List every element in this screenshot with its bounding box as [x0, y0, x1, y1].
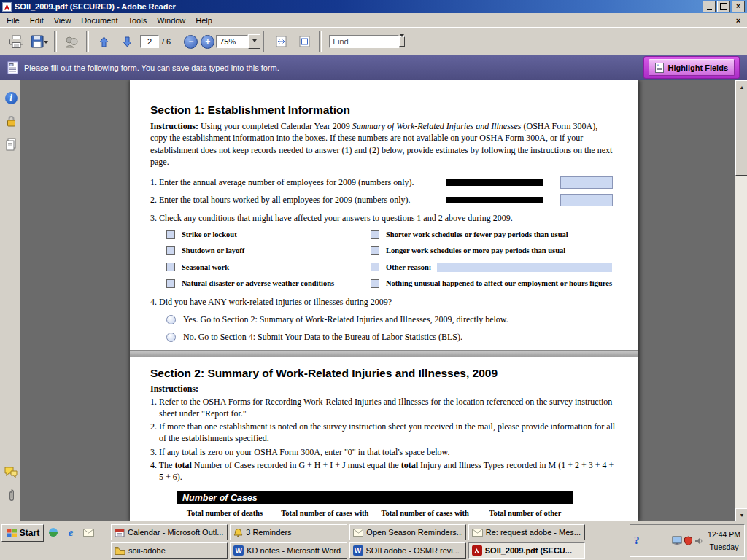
scrollbar-thumb[interactable]	[735, 93, 747, 176]
word-icon: W	[353, 545, 363, 556]
question-4-text: 4. Did you have ANY work-related injurie…	[150, 297, 616, 308]
collaborate-icon	[64, 36, 79, 48]
zoom-level-combo[interactable]: 75%	[216, 36, 260, 47]
check-natural-disaster: Natural disaster or adverse weather cond…	[166, 279, 371, 288]
longer-schedules-checkbox[interactable]	[371, 246, 379, 255]
highlight-fields-button[interactable]: Highlight Fields	[649, 59, 735, 76]
clock-day: Tuesday	[710, 542, 739, 551]
restore-button[interactable]	[717, 1, 730, 12]
adobe-reader-window: SOII_2009.pdf (SECURED) - Adobe Reader ×…	[0, 0, 747, 560]
other-reason-checkbox[interactable]	[371, 262, 379, 271]
scroll-down-button[interactable]: ▼	[735, 508, 747, 521]
question-1-text: 1. Enter the annual average number of em…	[150, 177, 446, 188]
zoom-out-button[interactable]: −	[184, 35, 198, 49]
question-3-text: 3. Check any conditions that might have …	[150, 213, 616, 224]
strike-checkbox[interactable]	[166, 230, 175, 239]
no-radio-button[interactable]	[166, 332, 176, 342]
shutdown-checkbox[interactable]	[166, 246, 175, 255]
other-reason-field[interactable]	[437, 262, 612, 272]
employees-number-field[interactable]	[560, 176, 613, 189]
check-label: Shorter work schedules or fewer pay peri…	[386, 230, 568, 238]
start-label: Start	[20, 528, 39, 538]
find-input[interactable]	[329, 35, 399, 48]
internet-explorer-icon[interactable]: e	[64, 526, 77, 539]
no-radio-label: No. Go to Section 4: Submit Your Data to…	[183, 332, 462, 343]
zoom-dropdown-button[interactable]	[248, 34, 260, 49]
print-button[interactable]	[4, 31, 28, 52]
task-kd-notes-word[interactable]: W KD notes - Microsoft Word	[230, 542, 347, 559]
minimize-button[interactable]	[703, 1, 716, 12]
task-soii-adobe-folder[interactable]: soii-adobe	[111, 542, 228, 559]
conditions-checkbox-grid: Strike or lockout Shorter work schedules…	[166, 230, 616, 288]
pdf-page: Section 1: Establishment Information Ins…	[130, 80, 638, 521]
task-reminders[interactable]: 3 Reminders	[230, 524, 347, 540]
menu-window[interactable]: Window	[152, 15, 190, 26]
security-shield-icon[interactable]	[684, 536, 692, 545]
seasonal-checkbox[interactable]	[166, 262, 175, 271]
collaborate-button[interactable]	[60, 31, 83, 52]
mail-icon[interactable]	[82, 526, 95, 539]
document-close-icon[interactable]: ×	[732, 15, 744, 26]
number-of-cases-title: Number of Cases	[182, 493, 258, 503]
menu-document[interactable]: Document	[76, 15, 123, 26]
column-job-transfer: Total number of cases with job transfer …	[378, 508, 473, 521]
envelope-icon	[353, 529, 364, 537]
word-glyph: W	[236, 547, 242, 555]
next-page-button[interactable]	[115, 31, 139, 52]
zoom-in-button[interactable]: +	[201, 35, 214, 49]
fit-page-button[interactable]	[293, 31, 316, 52]
column-other-recordable: Total number of other recordable cases	[478, 508, 573, 521]
natural-disaster-checkbox[interactable]	[166, 279, 175, 288]
comments-panel-button[interactable]	[4, 465, 18, 480]
shorter-schedules-checkbox[interactable]	[371, 230, 379, 239]
task-outlook-calendar[interactable]: Calendar - Microsoft Outl...	[111, 524, 228, 540]
yes-radio-button[interactable]	[166, 315, 176, 324]
message-bar-text: Please fill out the following form. You …	[24, 63, 643, 72]
section2-title: Section 2: Summary of Work-Related Injur…	[150, 367, 616, 380]
word-icon: W	[233, 545, 244, 556]
toolbar: / 6 − + 75%	[0, 27, 747, 56]
task-soii-2009-pdf-active[interactable]: SOII_2009.pdf (SECU...	[468, 542, 585, 559]
document-info-button[interactable]: i	[4, 90, 18, 105]
check-label: Natural disaster or adverse weather cond…	[182, 279, 334, 287]
clock-time: 12:44 PM	[708, 530, 740, 539]
redaction-bar	[446, 197, 543, 203]
nothing-unusual-checkbox[interactable]	[371, 279, 379, 288]
previous-page-button[interactable]	[92, 31, 115, 52]
find-dropdown-button[interactable]	[399, 36, 405, 47]
start-button[interactable]: Start	[1, 524, 44, 542]
save-icon	[31, 35, 44, 48]
close-icon: ×	[736, 3, 740, 10]
help-icon[interactable]: ?	[634, 534, 640, 547]
task-open-season-reminders[interactable]: Open Season Reminders...	[349, 524, 466, 540]
menu-help[interactable]: Help	[190, 15, 217, 26]
taskbar-clock: 12:44 PM Tuesday	[708, 529, 740, 553]
menu-edit[interactable]: Edit	[25, 15, 49, 26]
section2-instruction-2: 2. If more than one establishment is not…	[150, 421, 616, 444]
menu-tools[interactable]: Tools	[123, 15, 152, 26]
scroll-up-button[interactable]: ▲	[735, 80, 747, 93]
chevron-down-icon	[252, 39, 257, 44]
hours-worked-field[interactable]	[560, 194, 613, 206]
check-shutdown: Shutdown or layoff	[166, 246, 371, 255]
menu-view[interactable]: View	[49, 15, 77, 26]
section1-instructions: Instructions: Using your completed Calen…	[150, 120, 616, 168]
volume-icon[interactable]	[694, 537, 703, 545]
display-icon[interactable]	[672, 536, 682, 545]
task-soii-adobe-osmr-word[interactable]: W SOII adobe - OSMR revi...	[349, 542, 466, 559]
msn-icon[interactable]	[47, 526, 60, 539]
menu-file[interactable]: File	[1, 15, 25, 26]
instruction-4-text: Number of Cases recorded in G + H + I + …	[192, 460, 401, 470]
fit-width-button[interactable]	[269, 31, 293, 52]
check-longer-schedules: Longer work schedules or more pay period…	[371, 246, 616, 255]
vertical-scrollbar[interactable]: ▲ ▼	[735, 80, 747, 521]
close-button[interactable]: ×	[732, 1, 745, 12]
lock-icon	[6, 115, 17, 128]
save-copy-button[interactable]	[28, 31, 51, 52]
task-re-request-adobe[interactable]: Re: request adobe - Mes...	[468, 524, 585, 540]
pages-panel-button[interactable]	[4, 137, 18, 152]
toolbar-separator	[54, 31, 57, 52]
attachments-panel-button[interactable]	[4, 489, 18, 503]
security-button[interactable]	[4, 114, 18, 128]
page-number-input[interactable]	[140, 35, 159, 48]
